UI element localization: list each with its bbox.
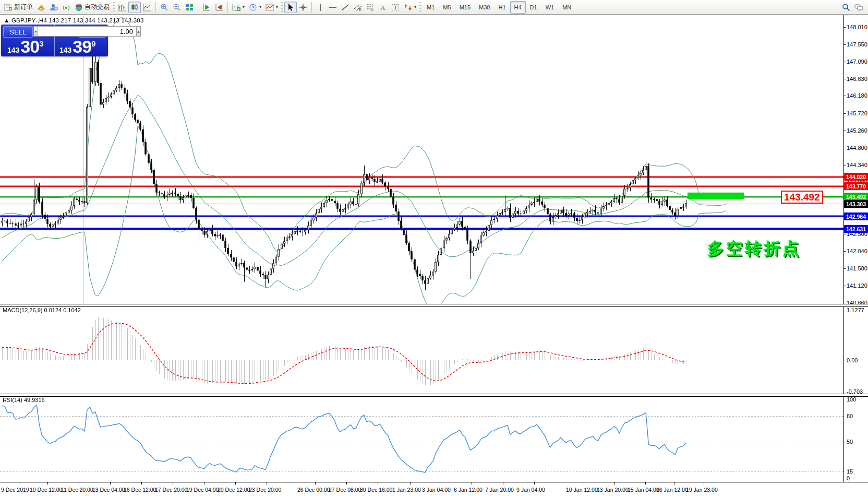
time-tick-mark xyxy=(79,482,79,485)
indicators-dropdown-button[interactable]: ▾ xyxy=(230,2,247,13)
cursor-tool-button[interactable] xyxy=(284,2,297,13)
timeframe-button-m30[interactable]: M30 xyxy=(475,1,494,14)
arrows-dropdown-button[interactable]: ▾ xyxy=(402,2,418,13)
bar-chart-button[interactable] xyxy=(116,2,128,13)
toolbar-grip xyxy=(113,2,115,13)
zoom-in-button[interactable] xyxy=(158,2,171,13)
crosshair-tool-button[interactable] xyxy=(297,2,309,13)
dropdown-arrow-icon: ▾ xyxy=(259,5,261,9)
price-tick-mark xyxy=(843,251,846,252)
search-button[interactable] xyxy=(840,2,852,13)
templates-dropdown-button[interactable]: ▾ xyxy=(263,2,280,13)
vertical-line-tool-button[interactable] xyxy=(314,2,327,13)
price-chart-canvas[interactable] xyxy=(0,16,843,304)
volume-decrease-button[interactable]: ▼ xyxy=(33,26,38,37)
equidistant-channel-icon: E xyxy=(354,3,362,11)
candlestick-chart-button[interactable] xyxy=(128,2,141,13)
cursor-icon xyxy=(286,3,295,11)
toolbar-separator xyxy=(155,2,156,13)
pane-divider[interactable] xyxy=(0,304,868,307)
signals-button[interactable] xyxy=(60,2,73,13)
chart-shift-button[interactable] xyxy=(213,2,225,13)
chinese-annotation-text[interactable]: 多空转折点 xyxy=(707,238,801,261)
price-tick-mark xyxy=(843,96,846,96)
price-tick-label: 144.800 xyxy=(847,145,867,151)
horizontal-line-tool-button[interactable] xyxy=(327,2,339,13)
timeframe-button-h1[interactable]: H1 xyxy=(494,1,510,14)
buy-price-quote[interactable]: 143 39 9 xyxy=(59,38,96,55)
community-button[interactable] xyxy=(47,2,60,13)
time-tick-mark xyxy=(110,482,111,485)
svg-text:E: E xyxy=(359,8,361,11)
candlestick-chart-icon xyxy=(130,3,139,11)
macd-axis-label: 0.00 xyxy=(847,357,858,363)
time-axis-label: 7 Jan 20:00 xyxy=(485,487,514,493)
pane-divider[interactable] xyxy=(0,394,868,397)
sell-button[interactable]: SELL xyxy=(3,26,33,38)
autotrade-button[interactable]: 自动交易 xyxy=(73,2,112,13)
toolbar-grip xyxy=(281,2,283,13)
history-center-button[interactable] xyxy=(35,2,47,13)
crosshair-icon xyxy=(299,3,307,11)
time-axis[interactable]: 9 Dec 201910 Dec 12:0011 Dec 20:0013 Dec… xyxy=(0,482,868,496)
time-axis-label: 9 Jan 04:00 xyxy=(516,487,545,493)
sell-price-quote[interactable]: 143 30 3 xyxy=(7,38,44,55)
timeframe-button-w1[interactable]: W1 xyxy=(541,1,559,14)
arrow-objects-icon xyxy=(404,3,412,11)
toolbar-grip xyxy=(419,2,421,13)
text-label-icon: T xyxy=(391,3,400,11)
rsi-axis-label: 15 xyxy=(847,468,853,475)
rsi-pane-canvas[interactable] xyxy=(0,396,843,482)
macd-pane-canvas[interactable] xyxy=(0,306,843,394)
dropdown-arrow-icon: ▾ xyxy=(414,5,416,9)
periods-dropdown-button[interactable]: ▾ xyxy=(247,2,263,13)
dropdown-arrow-icon: ▾ xyxy=(243,5,245,9)
auto-scroll-button[interactable] xyxy=(200,2,213,13)
time-axis-label: 17 Dec 20:00 xyxy=(155,487,187,493)
time-axis-label: 9 Dec 2019 xyxy=(1,487,29,493)
zoom-out-button[interactable] xyxy=(171,2,183,13)
time-axis-label: 1 Jan 23:00 xyxy=(392,487,421,493)
buy-price-main: 39 xyxy=(73,38,91,55)
toolbar-separator xyxy=(198,2,198,13)
sell-price-pip: 3 xyxy=(39,39,43,48)
toolbar-separator xyxy=(227,2,228,13)
price-tick-mark xyxy=(843,303,846,303)
timeframe-button-mn[interactable]: MN xyxy=(558,1,575,14)
timeframe-button-m5[interactable]: M5 xyxy=(439,1,455,14)
person-icon xyxy=(50,3,58,11)
time-axis-label: 30 Dec 16:00 xyxy=(360,487,392,493)
price-tick-mark xyxy=(843,148,846,148)
time-tick-mark xyxy=(19,482,19,485)
buy-big-figure: 143 xyxy=(59,46,71,54)
text-label-tool-button[interactable]: T xyxy=(389,2,402,13)
timeframe-button-m1[interactable]: M1 xyxy=(423,1,439,14)
time-axis-label: 15 Jan 04:00 xyxy=(628,487,659,493)
price-tick-label: 144.340 xyxy=(847,162,867,168)
timeframe-button-h4[interactable]: H4 xyxy=(510,1,526,14)
time-axis-label: 23 Dec 20:00 xyxy=(249,487,281,493)
price-tick-mark xyxy=(843,268,846,269)
timeframe-button-m15[interactable]: M15 xyxy=(455,1,475,14)
channel-tool-button[interactable]: E xyxy=(352,2,364,13)
line-chart-button[interactable] xyxy=(141,2,153,13)
time-axis-label: 13 Dec 04:00 xyxy=(92,487,125,493)
price-callout-label[interactable]: 143.492 xyxy=(781,191,823,204)
tile-windows-button[interactable] xyxy=(183,2,196,13)
time-axis-label: 13 Jan 20:00 xyxy=(597,487,629,493)
trendline-tool-button[interactable] xyxy=(339,2,352,13)
time-axis-label: 3 Jan 04:00 xyxy=(422,487,451,493)
volume-input[interactable] xyxy=(38,26,136,37)
chat-button[interactable] xyxy=(852,2,866,13)
gold-archive-icon xyxy=(37,3,45,11)
callout-connector-line xyxy=(823,196,844,197)
new-order-button[interactable]: 新订单 xyxy=(2,2,35,13)
time-tick-mark xyxy=(472,482,472,485)
time-tick-mark xyxy=(141,482,142,485)
text-tool-button[interactable]: A xyxy=(377,2,389,13)
timeframe-button-d1[interactable]: D1 xyxy=(526,1,541,14)
volume-increase-button[interactable]: ▲ xyxy=(136,26,141,37)
macd-axis-label: 1.1277 xyxy=(847,307,864,313)
svg-text:F: F xyxy=(371,8,373,11)
fibonacci-tool-button[interactable]: F xyxy=(364,2,377,13)
